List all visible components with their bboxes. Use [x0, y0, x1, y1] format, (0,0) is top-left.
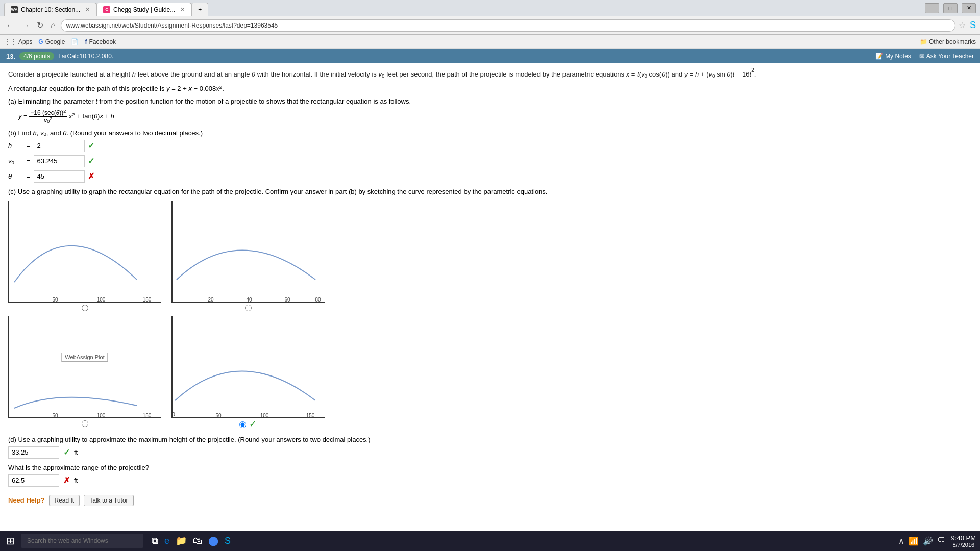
system-icons: ∧ 📶 🔊 🗨 [898, 536, 945, 546]
h-input-row: h = ✓ [8, 140, 972, 152]
minimize-button[interactable]: — [925, 3, 939, 13]
h-input[interactable] [34, 140, 85, 152]
question-id: LarCalc10 10.2.080. [58, 53, 113, 60]
doc-icon: 📄 [71, 38, 79, 45]
facebook-icon: f [85, 38, 87, 45]
other-bookmarks-link[interactable]: 📁 Other bookmarks [920, 38, 976, 45]
tab-chegg[interactable]: C Chegg Study | Guide... ✕ [96, 3, 191, 16]
graph4-svg: 25 20 15 10 5 0 50 100 150 [172, 316, 325, 418]
svg-text:100: 100 [260, 413, 269, 418]
max-height-status: ✓ [63, 447, 70, 457]
skype-icon[interactable]: S [970, 20, 976, 31]
formula-block: y = −16 (sec(θ))2 v02 x2 + tan(θ)x + h [18, 109, 972, 124]
svg-text:10: 10 [172, 373, 173, 379]
range-input[interactable] [8, 474, 59, 487]
svg-text:80: 80 [315, 297, 321, 303]
ask-icon: ✉ [919, 53, 924, 60]
task-view-icon[interactable]: ⧉ [152, 536, 158, 546]
read-it-button[interactable]: Read It [49, 495, 80, 506]
graph1-container: 50 40 30 20 10 50 100 150 [8, 201, 161, 311]
graphs-section2: 50 40 30 20 10 50 100 150 WebAssign Plot [8, 316, 972, 430]
graph3-container: 50 40 30 20 10 50 100 150 WebAssign Plot [8, 316, 161, 430]
v0-label: v0 [8, 157, 23, 165]
start-button[interactable]: ⊞ [4, 533, 17, 549]
theta-label: θ [8, 172, 23, 180]
time-display: 9:40 PM [951, 534, 976, 542]
svg-text:40: 40 [8, 226, 9, 231]
talk-to-tutor-button[interactable]: Talk to a Tutor [84, 495, 133, 506]
refresh-button[interactable]: ↻ [35, 19, 45, 31]
svg-text:50: 50 [52, 297, 58, 303]
chrome-icon[interactable]: ⬤ [208, 535, 218, 546]
part-d: (d) Use a graphing utility to approximat… [8, 436, 972, 487]
part-a-label: (a) Eliminating the parameter t from the… [8, 97, 972, 105]
max-height-input[interactable] [8, 446, 59, 459]
taskbar-search-input[interactable] [21, 534, 143, 548]
taskbar-app-icons: ⧉ e 📁 🛍 ⬤ S [152, 535, 231, 546]
header-actions: 📝 My Notes ✉ Ask Your Teacher [875, 53, 974, 60]
svg-text:50: 50 [8, 321, 9, 327]
favorites-icon[interactable]: ☆ [959, 20, 966, 30]
address-input[interactable] [61, 19, 955, 32]
need-help-label: Need Help? [8, 496, 45, 504]
range-status: ✗ [63, 475, 70, 485]
svg-text:100: 100 [97, 413, 106, 418]
clock[interactable]: 9:40 PM 8/7/2016 [951, 534, 976, 548]
graph3-wrapper: 50 40 30 20 10 50 100 150 WebAssign Plot [8, 316, 161, 418]
date-display: 8/7/2016 [951, 542, 976, 548]
part-d-label: (d) Use a graphing utility to approximat… [8, 436, 972, 443]
v0-input[interactable] [34, 155, 85, 167]
tab-chapter10-close[interactable]: ✕ [85, 6, 90, 13]
range-row: ✗ ft [8, 474, 972, 487]
facebook-label: Facebook [89, 38, 116, 45]
svg-text:50: 50 [215, 413, 222, 418]
question-header: 13. 4/6 points LarCalc10 10.2.080. 📝 My … [0, 49, 980, 63]
notifications-icon[interactable]: 🗨 [937, 536, 945, 545]
svg-text:20: 20 [8, 266, 9, 272]
tab-empty-label: + [198, 6, 202, 13]
wa-icon: WA [11, 6, 18, 13]
graph3-radio[interactable] [82, 420, 88, 427]
home-button[interactable]: ⌂ [48, 20, 58, 31]
h-status: ✓ [88, 141, 94, 151]
maximize-button[interactable]: □ [943, 3, 958, 13]
volume-icon[interactable]: 🔊 [923, 536, 933, 546]
graph4-radio[interactable] [239, 421, 246, 428]
graph1-radio[interactable] [82, 305, 88, 311]
google-icon: G [38, 38, 43, 45]
svg-text:50: 50 [8, 205, 9, 211]
svg-text:10: 10 [8, 392, 9, 398]
bookmark-doc[interactable]: 📄 [71, 38, 79, 45]
graph2-radio[interactable] [245, 305, 252, 311]
theta-input[interactable] [34, 170, 85, 183]
notes-icon: 📝 [875, 53, 883, 60]
tab-chegg-label: Chegg Study | Guide... [113, 6, 175, 13]
my-notes-button[interactable]: 📝 My Notes [875, 53, 911, 60]
ask-teacher-button[interactable]: ✉ Ask Your Teacher [919, 53, 974, 60]
forward-button[interactable]: → [19, 20, 32, 31]
range-unit: ft [74, 477, 78, 484]
max-height-unit: ft [74, 448, 78, 456]
graph2-wrapper: 50 40 30 20 10 20 40 60 80 [172, 201, 325, 303]
chevron-up-icon[interactable]: ∧ [898, 536, 904, 546]
apps-label: Apps [18, 38, 32, 45]
max-height-row: ✓ ft [8, 446, 972, 459]
store-icon[interactable]: 🛍 [193, 536, 202, 546]
tab-chapter10[interactable]: WA Chapter 10: Section... ✕ [4, 3, 96, 16]
tab-empty[interactable]: + [191, 3, 208, 16]
bookmark-facebook[interactable]: f Facebook [85, 38, 116, 45]
problem-intro: Consider a projectile launched at a heig… [8, 69, 972, 80]
back-button[interactable]: ← [4, 20, 16, 31]
file-explorer-icon[interactable]: 📁 [176, 535, 187, 546]
v0-equals: = [27, 157, 31, 165]
skype-taskbar-icon[interactable]: S [225, 536, 231, 546]
close-button[interactable]: ✕ [962, 3, 976, 13]
network-icon[interactable]: 📶 [909, 536, 919, 546]
bookmark-google[interactable]: G Google [38, 38, 65, 45]
bookmark-apps[interactable]: ⋮⋮ Apps [4, 38, 32, 45]
apps-icon: ⋮⋮ [4, 38, 16, 45]
graph4-container: 25 20 15 10 5 0 50 100 150 [172, 316, 325, 430]
tab-chegg-close[interactable]: ✕ [180, 6, 185, 13]
v0-status: ✓ [88, 156, 94, 166]
edge-icon[interactable]: e [164, 536, 169, 546]
